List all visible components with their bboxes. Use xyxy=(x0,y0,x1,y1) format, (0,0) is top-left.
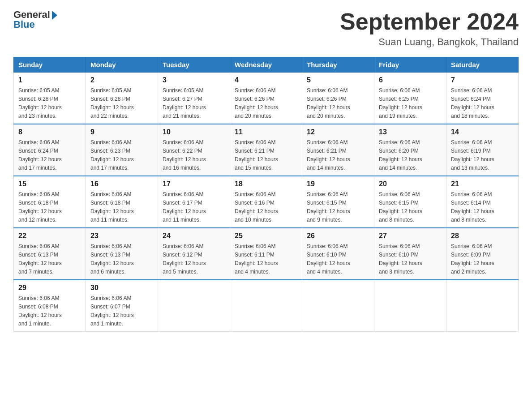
page-header: General Blue September 2024 Suan Luang, … xyxy=(13,9,519,48)
table-row: 6 Sunrise: 6:06 AMSunset: 6:25 PMDayligh… xyxy=(374,73,446,124)
day-info: Sunrise: 6:06 AMSunset: 6:13 PMDaylight:… xyxy=(90,243,134,275)
day-number: 7 xyxy=(451,76,514,84)
table-row xyxy=(302,280,374,332)
day-info: Sunrise: 6:06 AMSunset: 6:24 PMDaylight:… xyxy=(18,139,62,171)
table-row: 15 Sunrise: 6:06 AMSunset: 6:18 PMDaylig… xyxy=(14,176,86,228)
header-friday: Friday xyxy=(374,57,446,73)
calendar-week-row: 22 Sunrise: 6:06 AMSunset: 6:13 PMDaylig… xyxy=(14,228,519,280)
day-number: 22 xyxy=(18,232,81,240)
table-row: 10 Sunrise: 6:06 AMSunset: 6:22 PMDaylig… xyxy=(158,124,230,176)
table-row: 27 Sunrise: 6:06 AMSunset: 6:10 PMDaylig… xyxy=(374,228,446,280)
table-row: 5 Sunrise: 6:06 AMSunset: 6:26 PMDayligh… xyxy=(302,73,374,124)
header-monday: Monday xyxy=(86,57,158,73)
header-wednesday: Wednesday xyxy=(230,57,302,73)
calendar-table: Sunday Monday Tuesday Wednesday Thursday… xyxy=(13,57,519,332)
day-info: Sunrise: 6:06 AMSunset: 6:11 PMDaylight:… xyxy=(235,243,278,275)
table-row: 20 Sunrise: 6:06 AMSunset: 6:15 PMDaylig… xyxy=(374,176,446,228)
day-info: Sunrise: 6:06 AMSunset: 6:16 PMDaylight:… xyxy=(235,191,278,223)
day-number: 18 xyxy=(235,180,297,188)
table-row: 30 Sunrise: 6:06 AMSunset: 6:07 PMDaylig… xyxy=(86,280,158,332)
table-row: 11 Sunrise: 6:06 AMSunset: 6:21 PMDaylig… xyxy=(230,124,302,176)
table-row: 19 Sunrise: 6:06 AMSunset: 6:15 PMDaylig… xyxy=(302,176,374,228)
header-saturday: Saturday xyxy=(446,57,519,73)
day-info: Sunrise: 6:06 AMSunset: 6:21 PMDaylight:… xyxy=(235,139,278,171)
table-row: 1 Sunrise: 6:05 AMSunset: 6:28 PMDayligh… xyxy=(14,73,86,124)
logo: General Blue xyxy=(13,9,57,30)
table-row: 18 Sunrise: 6:06 AMSunset: 6:16 PMDaylig… xyxy=(230,176,302,228)
day-info: Sunrise: 6:06 AMSunset: 6:22 PMDaylight:… xyxy=(163,139,206,171)
day-number: 24 xyxy=(163,232,225,240)
table-row: 8 Sunrise: 6:06 AMSunset: 6:24 PMDayligh… xyxy=(14,124,86,176)
day-number: 11 xyxy=(235,128,297,136)
day-number: 12 xyxy=(307,128,369,136)
day-info: Sunrise: 6:06 AMSunset: 6:26 PMDaylight:… xyxy=(307,87,350,119)
day-number: 20 xyxy=(379,180,442,188)
day-number: 23 xyxy=(90,232,153,240)
table-row: 24 Sunrise: 6:06 AMSunset: 6:12 PMDaylig… xyxy=(158,228,230,280)
calendar-header-row: Sunday Monday Tuesday Wednesday Thursday… xyxy=(14,57,519,73)
day-number: 17 xyxy=(163,180,225,188)
day-info: Sunrise: 6:06 AMSunset: 6:10 PMDaylight:… xyxy=(307,243,350,275)
calendar-week-row: 8 Sunrise: 6:06 AMSunset: 6:24 PMDayligh… xyxy=(14,124,519,176)
calendar-week-row: 15 Sunrise: 6:06 AMSunset: 6:18 PMDaylig… xyxy=(14,176,519,228)
day-info: Sunrise: 6:06 AMSunset: 6:12 PMDaylight:… xyxy=(163,243,206,275)
day-number: 16 xyxy=(90,180,153,188)
day-number: 30 xyxy=(90,284,153,292)
table-row: 16 Sunrise: 6:06 AMSunset: 6:18 PMDaylig… xyxy=(86,176,158,228)
day-number: 13 xyxy=(379,128,442,136)
table-row: 4 Sunrise: 6:06 AMSunset: 6:26 PMDayligh… xyxy=(230,73,302,124)
day-number: 10 xyxy=(163,128,225,136)
day-number: 1 xyxy=(18,76,81,84)
day-info: Sunrise: 6:06 AMSunset: 6:25 PMDaylight:… xyxy=(379,87,422,119)
table-row: 22 Sunrise: 6:06 AMSunset: 6:13 PMDaylig… xyxy=(14,228,86,280)
day-info: Sunrise: 6:06 AMSunset: 6:14 PMDaylight:… xyxy=(451,191,494,223)
day-info: Sunrise: 6:06 AMSunset: 6:08 PMDaylight:… xyxy=(18,295,62,327)
day-info: Sunrise: 6:06 AMSunset: 6:21 PMDaylight:… xyxy=(307,139,350,171)
logo-blue-text: Blue xyxy=(13,19,35,30)
day-info: Sunrise: 6:06 AMSunset: 6:15 PMDaylight:… xyxy=(307,191,350,223)
day-number: 25 xyxy=(235,232,297,240)
table-row: 7 Sunrise: 6:06 AMSunset: 6:24 PMDayligh… xyxy=(446,73,519,124)
table-row: 21 Sunrise: 6:06 AMSunset: 6:14 PMDaylig… xyxy=(446,176,519,228)
day-number: 8 xyxy=(18,128,81,136)
day-info: Sunrise: 6:06 AMSunset: 6:10 PMDaylight:… xyxy=(379,243,422,275)
day-number: 29 xyxy=(18,284,81,292)
table-row: 12 Sunrise: 6:06 AMSunset: 6:21 PMDaylig… xyxy=(302,124,374,176)
day-info: Sunrise: 6:05 AMSunset: 6:28 PMDaylight:… xyxy=(18,87,62,119)
day-number: 14 xyxy=(451,128,514,136)
table-row xyxy=(374,280,446,332)
day-info: Sunrise: 6:05 AMSunset: 6:28 PMDaylight:… xyxy=(90,87,134,119)
day-number: 15 xyxy=(18,180,81,188)
title-section: September 2024 Suan Luang, Bangkok, Thai… xyxy=(340,9,519,48)
table-row: 25 Sunrise: 6:06 AMSunset: 6:11 PMDaylig… xyxy=(230,228,302,280)
day-number: 4 xyxy=(235,76,297,84)
day-info: Sunrise: 6:06 AMSunset: 6:18 PMDaylight:… xyxy=(90,191,134,223)
location-subtitle: Suan Luang, Bangkok, Thailand xyxy=(340,36,519,48)
day-number: 28 xyxy=(451,232,514,240)
table-row: 23 Sunrise: 6:06 AMSunset: 6:13 PMDaylig… xyxy=(86,228,158,280)
calendar-week-row: 29 Sunrise: 6:06 AMSunset: 6:08 PMDaylig… xyxy=(14,280,519,332)
header-thursday: Thursday xyxy=(302,57,374,73)
day-number: 19 xyxy=(307,180,369,188)
header-tuesday: Tuesday xyxy=(158,57,230,73)
table-row: 17 Sunrise: 6:06 AMSunset: 6:17 PMDaylig… xyxy=(158,176,230,228)
table-row: 29 Sunrise: 6:06 AMSunset: 6:08 PMDaylig… xyxy=(14,280,86,332)
day-info: Sunrise: 6:06 AMSunset: 6:07 PMDaylight:… xyxy=(90,295,134,327)
day-info: Sunrise: 6:06 AMSunset: 6:13 PMDaylight:… xyxy=(18,243,62,275)
page-title: September 2024 xyxy=(340,9,519,34)
day-info: Sunrise: 6:06 AMSunset: 6:17 PMDaylight:… xyxy=(163,191,206,223)
day-info: Sunrise: 6:06 AMSunset: 6:15 PMDaylight:… xyxy=(379,191,422,223)
table-row: 26 Sunrise: 6:06 AMSunset: 6:10 PMDaylig… xyxy=(302,228,374,280)
table-row: 2 Sunrise: 6:05 AMSunset: 6:28 PMDayligh… xyxy=(86,73,158,124)
table-row: 13 Sunrise: 6:06 AMSunset: 6:20 PMDaylig… xyxy=(374,124,446,176)
day-number: 5 xyxy=(307,76,369,84)
table-row xyxy=(230,280,302,332)
table-row: 9 Sunrise: 6:06 AMSunset: 6:23 PMDayligh… xyxy=(86,124,158,176)
day-number: 21 xyxy=(451,180,514,188)
table-row: 28 Sunrise: 6:06 AMSunset: 6:09 PMDaylig… xyxy=(446,228,519,280)
calendar-week-row: 1 Sunrise: 6:05 AMSunset: 6:28 PMDayligh… xyxy=(14,73,519,124)
day-number: 9 xyxy=(90,128,153,136)
table-row: 3 Sunrise: 6:05 AMSunset: 6:27 PMDayligh… xyxy=(158,73,230,124)
day-info: Sunrise: 6:06 AMSunset: 6:23 PMDaylight:… xyxy=(90,139,134,171)
table-row xyxy=(158,280,230,332)
